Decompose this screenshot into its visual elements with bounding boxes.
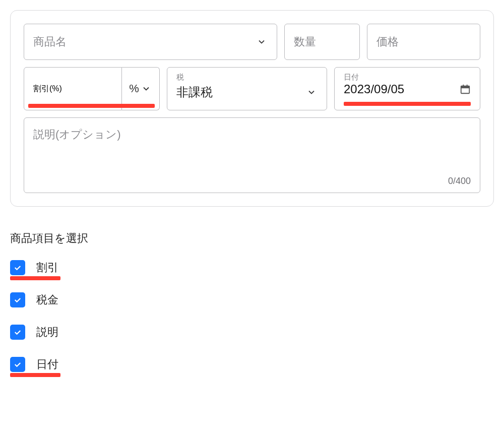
- quantity-input[interactable]: 数量: [284, 24, 360, 60]
- price-input[interactable]: 価格: [367, 24, 480, 60]
- option-row-tax[interactable]: 税金: [10, 292, 58, 307]
- date-input[interactable]: 日付 2023/09/05: [334, 67, 480, 110]
- calendar-icon: [460, 84, 471, 95]
- discount-placeholder: 割引(%): [33, 84, 62, 94]
- product-name-select[interactable]: 商品名: [24, 24, 277, 60]
- date-value: 2023/09/05: [344, 82, 404, 96]
- svg-rect-1: [461, 86, 470, 89]
- tax-value: 非課税: [176, 84, 213, 100]
- highlight-underline: [344, 102, 471, 106]
- option-row-discount[interactable]: 割引: [10, 260, 58, 275]
- section-title: 商品項目を選択: [10, 231, 494, 246]
- option-row-description[interactable]: 説明: [10, 325, 58, 340]
- option-label: 説明: [36, 325, 58, 340]
- checkbox-checked-icon[interactable]: [10, 260, 25, 275]
- discount-input[interactable]: 割引(%): [24, 67, 122, 110]
- highlight-underline: [28, 104, 155, 108]
- option-label: 割引: [36, 260, 58, 275]
- form-row-2: 割引(%) % 税 非課税 日付 2023/09/05: [24, 67, 480, 110]
- date-label: 日付: [344, 73, 359, 81]
- option-label: 日付: [36, 357, 58, 372]
- chevron-down-icon: [256, 36, 268, 48]
- discount-unit-label: %: [129, 82, 139, 95]
- product-name-placeholder: 商品名: [33, 34, 256, 49]
- price-placeholder: 価格: [376, 34, 471, 49]
- checkbox-checked-icon[interactable]: [10, 357, 25, 372]
- option-label: 税金: [36, 292, 58, 307]
- character-counter: 0/400: [448, 176, 471, 186]
- option-row-date[interactable]: 日付: [10, 357, 58, 372]
- highlight-underline: [10, 276, 60, 280]
- item-form-card: 商品名 数量 価格 割引(%) % 税: [10, 10, 494, 207]
- checkbox-checked-icon[interactable]: [10, 292, 25, 307]
- discount-field-group: 割引(%) %: [24, 67, 160, 110]
- chevron-down-icon: [305, 86, 318, 98]
- description-placeholder: 説明(オプション): [33, 128, 121, 141]
- chevron-down-icon: [140, 83, 152, 95]
- form-row-1: 商品名 数量 価格: [24, 24, 480, 60]
- tax-label: 税: [176, 73, 318, 82]
- checkbox-checked-icon[interactable]: [10, 325, 25, 340]
- tax-select[interactable]: 税 非課税: [167, 67, 327, 110]
- quantity-placeholder: 数量: [294, 34, 350, 49]
- description-textarea[interactable]: 説明(オプション) 0/400: [24, 117, 480, 193]
- highlight-underline: [10, 373, 60, 377]
